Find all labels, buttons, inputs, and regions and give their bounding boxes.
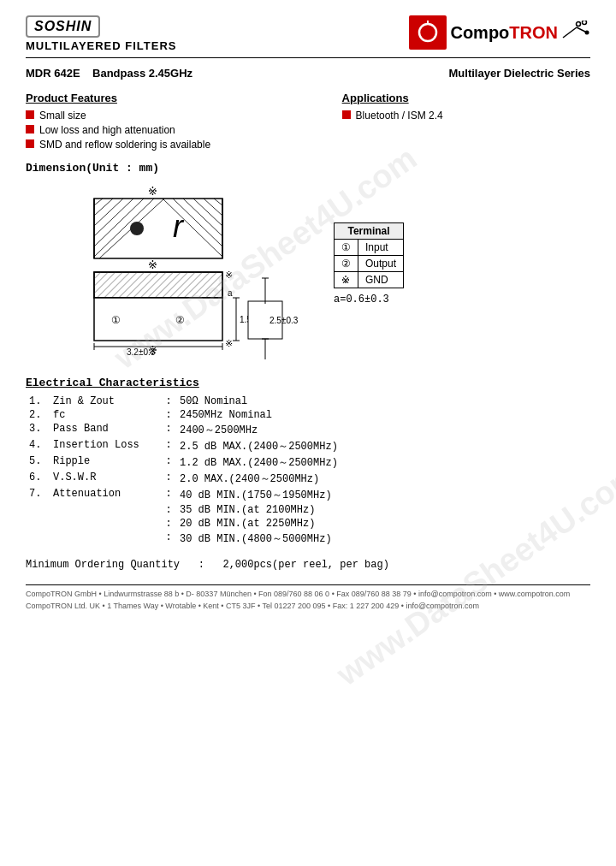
elec-row-1: 1. Zin & Zout : 50Ω Nominal xyxy=(26,394,590,408)
svg-text:2.5±0.3: 2.5±0.3 xyxy=(270,316,299,325)
terminal-row-3: ※ GND xyxy=(335,272,404,288)
svg-text:②: ② xyxy=(175,314,185,326)
svg-point-24 xyxy=(130,222,144,235)
dimension-area: ※ xyxy=(26,180,590,368)
compotron-red-box xyxy=(409,15,447,50)
svg-text:a: a xyxy=(228,288,233,298)
terminal-label-1: Input xyxy=(358,240,404,256)
dimension-diagram: ※ xyxy=(26,180,317,368)
elec-label-6: V.S.W.R xyxy=(50,471,161,487)
bullet-icon-2 xyxy=(26,125,34,133)
svg-text:※: ※ xyxy=(148,258,157,271)
applications-title: Applications xyxy=(342,92,590,104)
terminal-num-1: ① xyxy=(335,240,358,256)
brand-name: SOSHIN xyxy=(26,15,100,38)
terminal-header: Terminal xyxy=(335,223,404,240)
elec-label-1: Zin & Zout xyxy=(50,394,161,408)
features-title: Product Features xyxy=(26,92,319,104)
elec-value-8: 35 dB MIN.(at 2100MHz) xyxy=(176,503,590,517)
elec-value-3: 2400～2500MHz xyxy=(176,422,590,438)
features-section: Product Features Small size Low loss and… xyxy=(26,92,319,153)
elec-row-9: : 20 dB MIN.(at 2250MHz) xyxy=(26,517,590,531)
electrical-table: 1. Zin & Zout : 50Ω Nominal 2. fc : 2450… xyxy=(26,394,590,547)
svg-line-2 xyxy=(563,27,577,38)
app-bullet-icon-1 xyxy=(342,110,351,119)
elec-colon-1: : xyxy=(161,394,176,408)
svg-point-4 xyxy=(585,31,589,35)
elec-value-10: 30 dB MIN.(4800～5000MHz) xyxy=(176,531,590,547)
feature-text-1: Small size xyxy=(39,110,86,122)
svg-text:3.2±0.3: 3.2±0.3 xyxy=(127,347,156,357)
series-title: Multilayer Dielectric Series xyxy=(449,67,590,80)
soshin-logo: SOSHIN MULTILAYERED FILTERS xyxy=(26,15,176,52)
elec-colon-8: : xyxy=(161,503,176,517)
dimension-title: Dimension(Unit : mm) xyxy=(26,162,590,175)
elec-num-7: 7. xyxy=(26,487,50,503)
features-applications: Product Features Small size Low loss and… xyxy=(26,92,590,153)
feature-text-3: SMD and reflow soldering is available xyxy=(39,139,210,151)
terminal-num-3: ※ xyxy=(335,272,358,288)
elec-num-5: 5. xyxy=(26,454,50,471)
svg-point-6 xyxy=(583,21,587,25)
feature-item-3: SMD and reflow soldering is available xyxy=(26,139,319,151)
compotron-logo: Compo TRON xyxy=(409,15,590,50)
footer: CompoTRON GmbH • Lindwurmstrasse 88 b • … xyxy=(26,589,590,612)
terminal-row-1: ① Input xyxy=(335,240,404,256)
a-value: a=0.6±0.3 xyxy=(334,294,404,305)
application-text-1: Bluetooth / ISM 2.4 xyxy=(356,110,443,122)
elec-colon-9: : xyxy=(161,517,176,531)
feature-item-1: Small size xyxy=(26,110,319,122)
svg-rect-29 xyxy=(94,272,222,298)
feature-text-2: Low loss and high attenuation xyxy=(39,124,175,136)
elec-value-7: 40 dB MIN.(1750～1950MHz) xyxy=(176,487,590,503)
svg-text:①: ① xyxy=(111,314,121,326)
applications-section: Applications Bluetooth / ISM 2.4 xyxy=(342,92,590,153)
min-order-value: 2,000pcs(per reel, per bag) xyxy=(222,559,388,571)
elec-colon-7: : xyxy=(161,487,176,503)
elec-value-5: 1.2 dB MAX.(2400～2500MHz) xyxy=(176,454,590,471)
elec-row-7: 7. Attenuation : 40 dB MIN.(1750～1950MHz… xyxy=(26,487,590,503)
elec-label-7: Attenuation xyxy=(50,487,161,503)
elec-colon-4: : xyxy=(161,438,176,454)
terminal-table: Terminal ① Input ② Output ※ GND xyxy=(334,222,404,288)
svg-text:※: ※ xyxy=(225,270,233,280)
svg-text:※: ※ xyxy=(225,338,233,348)
elec-value-1: 50Ω Nominal xyxy=(176,394,590,408)
title-row: MDR 642E Bandpass 2.45GHz Multilayer Die… xyxy=(26,67,590,80)
elec-label-8 xyxy=(50,503,161,517)
diagram-svg: ※ xyxy=(26,180,299,359)
terminal-label-3: GND xyxy=(358,272,404,288)
header: SOSHIN MULTILAYERED FILTERS Compo TRON xyxy=(26,15,590,52)
elec-num-4: 4. xyxy=(26,438,50,454)
elec-num-9 xyxy=(26,517,50,531)
svg-text:※: ※ xyxy=(148,185,157,198)
elec-label-9 xyxy=(50,517,161,531)
footer-divider xyxy=(26,584,590,585)
elec-colon-3: : xyxy=(161,422,176,438)
antenna-icon xyxy=(560,21,590,44)
elec-label-10 xyxy=(50,531,161,547)
elec-row-4: 4. Insertion Loss : 2.5 dB MAX.(2400～250… xyxy=(26,438,590,454)
terminal-row-2: ② Output xyxy=(335,256,404,272)
elec-label-2: fc xyxy=(50,408,161,422)
elec-num-3: 3. xyxy=(26,422,50,438)
bullet-icon-3 xyxy=(26,139,34,148)
minimum-order: Minimum Ordering Quantity : 2,000pcs(per… xyxy=(26,559,590,571)
min-order-colon: : xyxy=(198,559,204,571)
elec-num-1: 1. xyxy=(26,394,50,408)
elec-value-2: 2450MHz Nominal xyxy=(176,408,590,422)
elec-row-8: : 35 dB MIN.(at 2100MHz) xyxy=(26,503,590,517)
elec-row-6: 6. V.S.W.R : 2.0 MAX.(2400～2500MHz) xyxy=(26,471,590,487)
electrical-title: Electrical Characteristics xyxy=(26,377,590,389)
brand-subtitle: MULTILAYERED FILTERS xyxy=(26,39,176,52)
elec-value-9: 20 dB MIN.(at 2250MHz) xyxy=(176,517,590,531)
elec-label-4: Insertion Loss xyxy=(50,438,161,454)
elec-label-5: Ripple xyxy=(50,454,161,471)
product-title: MDR 642E Bandpass 2.45GHz xyxy=(26,67,192,80)
svg-point-5 xyxy=(577,22,581,27)
feature-item-2: Low loss and high attenuation xyxy=(26,124,319,136)
terminal-label-2: Output xyxy=(358,256,404,272)
footer-line-1: CompoTRON GmbH • Lindwurmstrasse 88 b • … xyxy=(26,589,590,601)
elec-colon-5: : xyxy=(161,454,176,471)
elec-colon-2: : xyxy=(161,408,176,422)
